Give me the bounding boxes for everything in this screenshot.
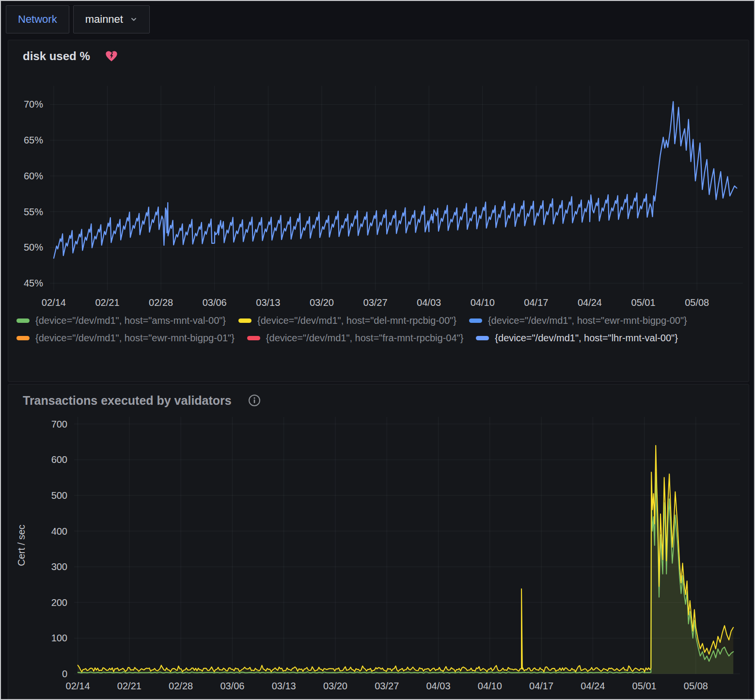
y-tick-label: 55% — [24, 207, 43, 217]
dashboard-toolbar: Network mainnet — [1, 1, 754, 38]
legend-label: {device="/dev/md1", host="lhr-mnt-val-00… — [495, 333, 677, 344]
legend-swatch — [469, 318, 482, 323]
legend-label: {device="/dev/md1", host="ewr-mnt-bigpg-… — [488, 315, 687, 326]
legend-label: {device="/dev/md1", host="ewr-mnt-bigpg-… — [35, 333, 235, 344]
panel-disk-used: disk used % 45%50%55%60%65%70%02/1402/21… — [8, 40, 749, 382]
y-tick-label: 700 — [51, 419, 67, 430]
panel-disk-used-header: disk used % — [8, 40, 749, 65]
info-icon[interactable] — [248, 394, 261, 407]
x-tick-label: 03/06 — [203, 297, 227, 308]
legend-label: {device="/dev/md1", host="fra-mnt-rpcbig… — [266, 333, 464, 344]
x-tick-label: 02/28 — [169, 681, 193, 691]
legend-label: {device="/dev/md1", host="ams-mnt-val-00… — [35, 315, 226, 326]
x-tick-label: 05/08 — [685, 297, 709, 308]
legend-swatch — [238, 318, 252, 323]
legend-item[interactable]: {device="/dev/md1", host="lhr-mnt-val-00… — [476, 333, 677, 344]
transactions-chart[interactable]: 010020030040050060070002/1402/2102/2803/… — [8, 410, 750, 697]
grafana-dashboard: Network mainnet disk used % 45%50%55%60%… — [0, 0, 755, 700]
y-tick-label: 60% — [24, 171, 43, 181]
x-tick-label: 04/10 — [478, 681, 502, 691]
y-tick-label: 200 — [51, 597, 67, 608]
x-tick-label: 04/10 — [471, 297, 495, 308]
legend-swatch — [16, 336, 30, 340]
x-tick-label: 03/20 — [310, 297, 334, 308]
x-tick-label: 03/13 — [256, 297, 280, 308]
x-tick-label: 02/28 — [149, 297, 173, 308]
x-tick-label: 02/21 — [117, 681, 142, 691]
variable-dropdown-mainnet[interactable]: mainnet — [73, 5, 150, 33]
panel-title[interactable]: disk used % — [23, 49, 90, 63]
x-tick-label: 04/17 — [529, 681, 553, 691]
x-tick-label: 02/14 — [42, 297, 66, 308]
x-tick-label: 04/03 — [417, 297, 441, 308]
y-tick-label: 70% — [24, 99, 43, 110]
panel-transactions: Transactions executed by validators 0100… — [8, 384, 749, 700]
x-tick-label: 05/08 — [684, 681, 708, 691]
broken-heart-icon — [105, 49, 118, 63]
disk-used-chart[interactable]: 45%50%55%60%65%70%02/1402/2102/2803/0603… — [8, 65, 750, 310]
y-tick-label: 50% — [24, 242, 43, 253]
legend-swatch — [476, 336, 489, 340]
x-tick-label: 04/03 — [426, 681, 450, 691]
y-tick-label: 0 — [62, 668, 67, 679]
x-tick-label: 03/13 — [272, 681, 296, 691]
panel-title[interactable]: Transactions executed by validators — [23, 394, 232, 408]
disk-used-legend: {device="/dev/md1", host="ams-mnt-val-00… — [8, 310, 749, 344]
series-line-{device="/dev/md1", host="lhr-mnt-val-00"} — [54, 102, 737, 258]
x-tick-label: 04/24 — [581, 681, 605, 691]
y-tick-label: 45% — [24, 278, 43, 288]
legend-item[interactable]: {device="/dev/md1", host="ewr-mnt-bigpg-… — [16, 333, 235, 344]
chevron-down-icon — [130, 16, 138, 23]
x-tick-label: 03/27 — [375, 681, 399, 691]
x-tick-label: 02/21 — [95, 297, 119, 308]
legend-item[interactable]: {device="/dev/md1", host="fra-mnt-rpcbig… — [247, 333, 464, 344]
panel-transactions-header: Transactions executed by validators — [8, 384, 749, 410]
y-axis-label: Cert / sec — [16, 525, 27, 566]
x-tick-label: 03/06 — [220, 681, 244, 691]
series-line-green-series — [78, 472, 734, 673]
y-tick-label: 600 — [51, 454, 67, 465]
legend-label: {device="/dev/md1", host="del-mnt-rpcbig… — [257, 315, 456, 326]
y-tick-label: 400 — [51, 526, 67, 537]
legend-swatch — [16, 318, 30, 323]
series-area-green-series — [78, 472, 734, 674]
x-tick-label: 03/27 — [363, 297, 388, 308]
legend-item[interactable]: {device="/dev/md1", host="ams-mnt-val-00… — [16, 315, 226, 326]
x-tick-label: 02/14 — [66, 681, 90, 691]
series-area-yellow-series — [78, 445, 734, 674]
legend-item[interactable]: {device="/dev/md1", host="ewr-mnt-bigpg-… — [469, 315, 687, 326]
x-tick-label: 04/24 — [578, 297, 602, 308]
y-tick-label: 65% — [24, 135, 43, 145]
legend-swatch — [247, 336, 260, 340]
legend-item[interactable]: {device="/dev/md1", host="del-mnt-rpcbig… — [238, 315, 456, 326]
x-tick-label: 05/01 — [631, 297, 656, 308]
x-tick-label: 03/20 — [323, 681, 347, 691]
y-tick-label: 300 — [51, 561, 67, 572]
y-tick-label: 500 — [51, 490, 67, 501]
variable-value-text: mainnet — [85, 13, 123, 26]
y-tick-label: 100 — [51, 633, 67, 643]
variable-label-network: Network — [6, 5, 69, 33]
x-tick-label: 04/17 — [524, 297, 548, 308]
x-tick-label: 05/01 — [632, 681, 657, 691]
variable-label-text: Network — [18, 13, 57, 26]
